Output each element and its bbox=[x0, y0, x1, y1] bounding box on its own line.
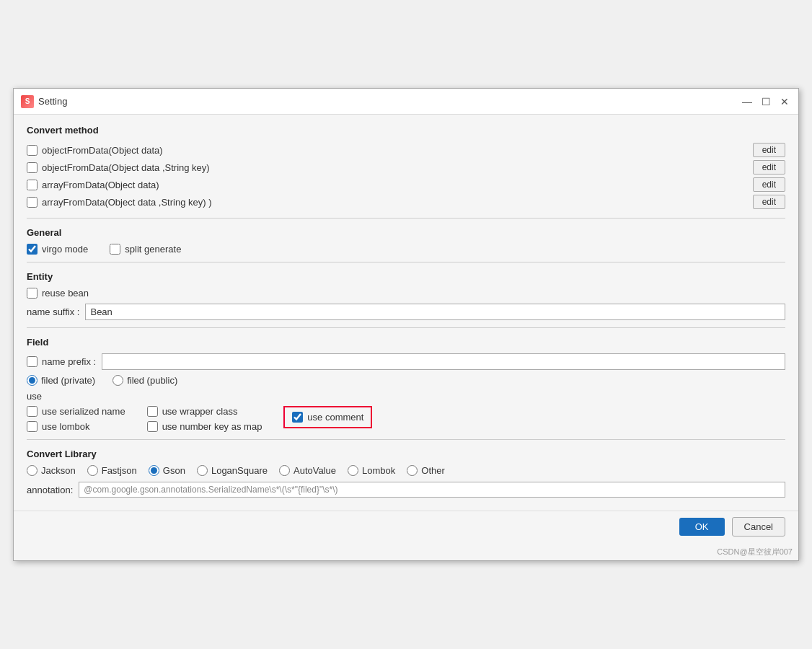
titlebar-left: S Setting bbox=[21, 95, 67, 108]
field-type-radio-group: filed (private) filed (public) bbox=[27, 375, 785, 386]
use-comment-box: use comment bbox=[283, 406, 372, 428]
convert-label-1: objectFromData(Object data) bbox=[42, 145, 163, 156]
convert-checkbox-1[interactable] bbox=[27, 145, 37, 156]
use-comment-checkbox[interactable] bbox=[292, 412, 303, 423]
use-numberkey-label: use number key as map bbox=[162, 421, 262, 432]
convert-label-2: objectFromData(Object data ,String key) bbox=[42, 162, 210, 173]
split-generate-checkbox[interactable] bbox=[110, 244, 120, 255]
titlebar: S Setting — ☐ ✕ bbox=[14, 89, 798, 115]
reuse-bean-checkbox[interactable] bbox=[27, 288, 37, 299]
use-lombok-label: use lombok bbox=[42, 421, 89, 432]
filed-public-radio[interactable] bbox=[112, 375, 123, 386]
cl-autovalue-radio[interactable] bbox=[279, 465, 290, 476]
cl-autovalue-label: AutoValue bbox=[294, 465, 336, 476]
use-col-1: use serialized name use lombok bbox=[27, 406, 125, 432]
edit-button-2[interactable]: edit bbox=[753, 160, 785, 175]
convert-checkbox-4[interactable] bbox=[27, 197, 37, 208]
convert-check-1: objectFromData(Object data) bbox=[27, 145, 753, 156]
cl-autovalue-item: AutoValue bbox=[279, 465, 336, 476]
use-serialized-checkbox[interactable] bbox=[27, 406, 37, 417]
convert-check-3: arrayFromData(Object data) bbox=[27, 180, 753, 190]
name-prefix-check: name prefix : bbox=[27, 356, 96, 367]
cl-lombok-radio[interactable] bbox=[348, 465, 358, 476]
use-numberkey-checkbox[interactable] bbox=[147, 421, 158, 432]
edit-button-4[interactable]: edit bbox=[753, 195, 785, 209]
divider-4 bbox=[27, 439, 785, 440]
entity-section-label: Entity bbox=[27, 271, 785, 282]
split-generate-label: split generate bbox=[125, 244, 181, 255]
cl-logansquare-radio[interactable] bbox=[197, 465, 208, 476]
convert-checkbox-3[interactable] bbox=[27, 180, 37, 190]
footer: OK Cancel bbox=[14, 511, 798, 545]
edit-button-3[interactable]: edit bbox=[753, 177, 785, 192]
convert-check-4: arrayFromData(Object data ,String key) ) bbox=[27, 197, 753, 208]
name-prefix-label: name prefix : bbox=[42, 356, 96, 367]
ok-button[interactable]: OK bbox=[679, 518, 725, 536]
cl-logansquare-label: LoganSquare bbox=[211, 465, 268, 476]
use-numberkey-row: use number key as map bbox=[147, 421, 262, 432]
maximize-button[interactable]: ☐ bbox=[759, 95, 772, 108]
divider-3 bbox=[27, 327, 785, 328]
cl-lombok-item: Lombok bbox=[348, 465, 395, 476]
edit-button-1[interactable]: edit bbox=[753, 143, 785, 157]
window-title: Setting bbox=[38, 96, 67, 107]
name-suffix-label: name suffix : bbox=[27, 306, 79, 317]
divider-2 bbox=[27, 262, 785, 262]
use-wrapper-checkbox[interactable] bbox=[147, 406, 158, 417]
use-comment-label: use comment bbox=[307, 412, 363, 423]
use-lombok-row: use lombok bbox=[27, 421, 125, 432]
convert-checkbox-2[interactable] bbox=[27, 162, 37, 173]
cl-jackson-label: Jackson bbox=[41, 465, 76, 476]
cl-fastjson-item: Fastjson bbox=[87, 465, 137, 476]
name-suffix-row: name suffix : bbox=[27, 304, 785, 320]
convert-method-section-label: Convert method bbox=[27, 125, 785, 136]
app-icon: S bbox=[21, 95, 34, 108]
watermark: CSDN@星空彼岸007 bbox=[14, 545, 798, 560]
cl-other-item: Other bbox=[407, 465, 445, 476]
use-wrapper-label: use wrapper class bbox=[162, 406, 238, 417]
field-prefix-row: name prefix : bbox=[27, 353, 785, 370]
close-button[interactable]: ✕ bbox=[778, 95, 791, 108]
annotation-label: annotation: bbox=[27, 485, 73, 495]
cancel-button[interactable]: Cancel bbox=[732, 517, 785, 537]
virgo-mode-label: virgo mode bbox=[42, 244, 88, 255]
use-section-label: use bbox=[27, 391, 785, 402]
convert-row-3: arrayFromData(Object data) edit bbox=[27, 176, 785, 193]
cl-jackson-radio[interactable] bbox=[27, 465, 37, 476]
cl-gson-label: Gson bbox=[163, 465, 185, 476]
minimize-button[interactable]: — bbox=[741, 95, 754, 108]
name-suffix-input[interactable] bbox=[85, 304, 785, 320]
filed-private-radio[interactable] bbox=[27, 375, 37, 386]
annotation-input[interactable] bbox=[79, 482, 785, 498]
general-row: virgo mode split generate bbox=[27, 244, 785, 255]
filed-public-label: filed (public) bbox=[127, 375, 177, 386]
convert-library-section-label: Convert Library bbox=[27, 449, 785, 459]
convert-label-4: arrayFromData(Object data ,String key) ) bbox=[42, 197, 212, 208]
convert-row-2: objectFromData(Object data ,String key) … bbox=[27, 159, 785, 176]
split-generate-row: split generate bbox=[110, 244, 785, 255]
name-prefix-checkbox[interactable] bbox=[27, 356, 37, 367]
convert-row-1: objectFromData(Object data) edit bbox=[27, 141, 785, 159]
filed-private-label: filed (private) bbox=[41, 375, 95, 386]
cl-fastjson-label: Fastjson bbox=[102, 465, 137, 476]
virgo-mode-checkbox[interactable] bbox=[27, 244, 37, 255]
cl-other-radio[interactable] bbox=[407, 465, 418, 476]
general-section-label: General bbox=[27, 227, 785, 238]
name-prefix-input[interactable] bbox=[102, 353, 785, 370]
cl-gson-radio[interactable] bbox=[149, 465, 159, 476]
use-lombok-checkbox[interactable] bbox=[27, 421, 37, 432]
use-serialized-label: use serialized name bbox=[42, 406, 125, 417]
reuse-bean-row: reuse bean bbox=[27, 288, 785, 299]
use-serialized-row: use serialized name bbox=[27, 406, 125, 417]
field-section-label: Field bbox=[27, 337, 785, 348]
use-options-area: use serialized name use lombok use wrapp… bbox=[27, 406, 785, 432]
use-wrapper-row: use wrapper class bbox=[147, 406, 262, 417]
reuse-bean-label: reuse bean bbox=[42, 288, 89, 299]
annotation-row: annotation: bbox=[27, 482, 785, 498]
use-comment-highlight: use comment bbox=[283, 406, 372, 428]
titlebar-controls: — ☐ ✕ bbox=[741, 95, 791, 108]
virgo-mode-row: virgo mode bbox=[27, 244, 88, 255]
convert-label-3: arrayFromData(Object data) bbox=[42, 180, 159, 190]
cl-fastjson-radio[interactable] bbox=[87, 465, 98, 476]
filed-public-item: filed (public) bbox=[112, 375, 177, 386]
